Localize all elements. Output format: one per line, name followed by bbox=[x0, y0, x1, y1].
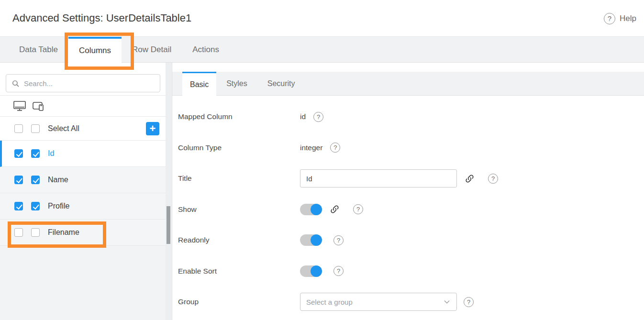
tab-actions[interactable]: Actions bbox=[182, 37, 230, 62]
group-help-icon[interactable]: ? bbox=[464, 297, 474, 307]
group-select[interactable]: Select a group bbox=[300, 293, 457, 311]
show-help-icon[interactable]: ? bbox=[353, 204, 363, 214]
group-select-placeholder: Select a group bbox=[306, 298, 443, 306]
show-row: Show ? bbox=[178, 194, 644, 225]
desktop-checkbox[interactable] bbox=[14, 176, 23, 184]
desktop-icon bbox=[13, 100, 26, 112]
mobile-checkbox[interactable] bbox=[31, 176, 40, 184]
columns-sidebar: Select All + Id Name Profile Filename bbox=[0, 63, 172, 320]
sidebar-scrollbar-thumb[interactable] bbox=[167, 206, 170, 244]
mapped-column-label: Mapped Column bbox=[178, 112, 300, 121]
add-column-button[interactable]: + bbox=[146, 122, 159, 135]
title-label: Title bbox=[178, 174, 300, 183]
desktop-checkbox[interactable] bbox=[14, 149, 23, 158]
select-all-label: Select All bbox=[48, 124, 79, 133]
column-type-row: Column Type integer ? bbox=[178, 132, 644, 164]
column-label: Id bbox=[48, 149, 54, 158]
tab-security[interactable]: Security bbox=[257, 72, 305, 95]
column-type-label: Column Type bbox=[178, 143, 300, 152]
search-block bbox=[0, 63, 166, 96]
group-label: Group bbox=[178, 298, 300, 306]
column-settings-panel: Basic Styles Security Mapped Column id ?… bbox=[172, 63, 644, 320]
select-all-row: Select All + bbox=[0, 117, 166, 141]
link-icon[interactable] bbox=[465, 174, 475, 184]
mobile-checkbox[interactable] bbox=[31, 202, 40, 210]
basic-settings-form: Mapped Column id ? Column Type integer ?… bbox=[178, 96, 644, 318]
tab-columns[interactable]: Columns bbox=[68, 37, 122, 63]
column-row-name[interactable]: Name bbox=[0, 167, 166, 193]
readonly-row: Readonly ? bbox=[178, 225, 644, 256]
select-all-mobile-checkbox[interactable] bbox=[31, 124, 40, 133]
help-label: Help bbox=[620, 14, 636, 23]
title-help-icon[interactable]: ? bbox=[488, 174, 498, 184]
chevron-down-icon bbox=[443, 298, 451, 306]
device-columns-header bbox=[0, 96, 166, 117]
enable-sort-toggle[interactable] bbox=[300, 265, 322, 277]
help-button[interactable]: ? Help bbox=[604, 0, 636, 37]
tab-row-detail[interactable]: Row Detail bbox=[122, 37, 182, 62]
enable-sort-label: Enable Sort bbox=[178, 267, 300, 276]
select-all-desktop-checkbox[interactable] bbox=[14, 124, 23, 133]
tab-styles[interactable]: Styles bbox=[216, 72, 257, 95]
desktop-checkbox[interactable] bbox=[14, 228, 23, 237]
plus-icon: + bbox=[150, 123, 156, 134]
mapped-column-value: id bbox=[300, 112, 306, 121]
group-row: Group Select a group ? bbox=[178, 287, 644, 318]
enable-sort-help-icon[interactable]: ? bbox=[333, 266, 344, 276]
enable-sort-row: Enable Sort ? bbox=[178, 256, 644, 287]
sidebar-scrollbar-track bbox=[166, 63, 171, 320]
desktop-checkbox[interactable] bbox=[14, 202, 23, 210]
tab-data-table[interactable]: Data Table bbox=[9, 37, 68, 62]
link-icon[interactable] bbox=[330, 204, 340, 214]
search-box bbox=[6, 74, 160, 92]
column-label: Profile bbox=[48, 202, 69, 210]
mobile-checkbox[interactable] bbox=[31, 228, 40, 237]
search-input[interactable] bbox=[24, 79, 160, 88]
advanced-settings-dialog: Advanced Settings: UserDetailsTable1 ? H… bbox=[0, 0, 644, 320]
column-row-profile[interactable]: Profile bbox=[0, 193, 166, 220]
tab-basic[interactable]: Basic bbox=[182, 72, 216, 96]
column-type-value: integer bbox=[300, 143, 322, 152]
title-input[interactable] bbox=[300, 169, 457, 188]
readonly-help-icon[interactable]: ? bbox=[333, 235, 344, 245]
page-title: Advanced Settings: UserDetailsTable1 bbox=[12, 12, 191, 24]
mobile-checkbox[interactable] bbox=[31, 149, 40, 158]
column-type-help-icon[interactable]: ? bbox=[330, 143, 340, 153]
readonly-label: Readonly bbox=[178, 236, 300, 244]
title-row: Title ? bbox=[178, 163, 644, 194]
column-row-id[interactable]: Id bbox=[0, 141, 166, 167]
help-icon: ? bbox=[604, 13, 615, 24]
column-label: Name bbox=[48, 176, 68, 184]
dialog-header: Advanced Settings: UserDetailsTable1 ? H… bbox=[0, 0, 644, 37]
mapped-column-help-icon[interactable]: ? bbox=[313, 112, 323, 122]
show-label: Show bbox=[178, 205, 300, 214]
show-toggle[interactable] bbox=[300, 204, 322, 215]
mapped-column-row: Mapped Column id ? bbox=[178, 101, 644, 132]
readonly-toggle[interactable] bbox=[300, 234, 322, 246]
main-tabbar: Data Table Columns Row Detail Actions bbox=[0, 37, 644, 63]
column-label: Filename bbox=[48, 228, 79, 237]
devices-icon bbox=[32, 100, 45, 112]
column-row-filename[interactable]: Filename bbox=[0, 220, 166, 246]
sub-tabbar: Basic Styles Security bbox=[172, 72, 644, 96]
search-icon bbox=[11, 79, 20, 88]
